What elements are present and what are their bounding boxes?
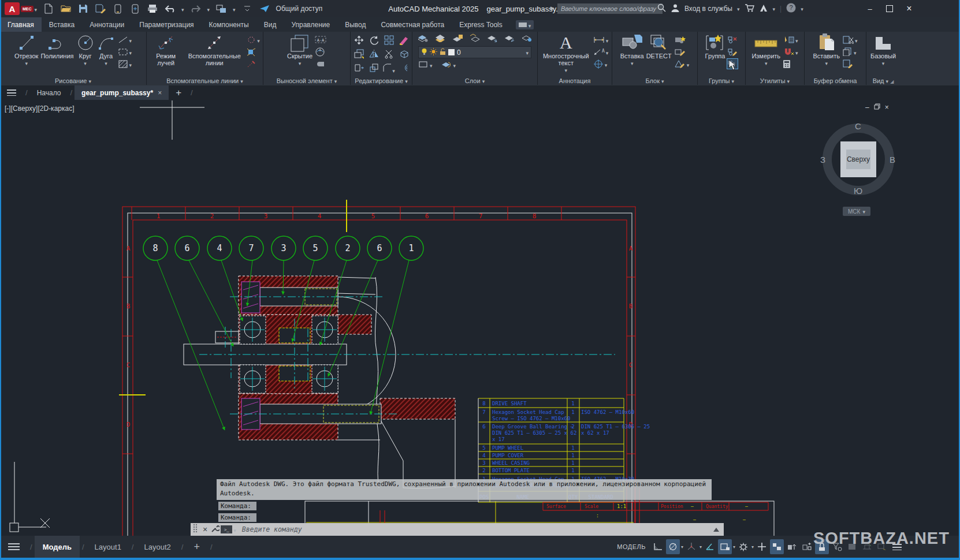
dynamic-input-dropdown[interactable]: ▾: [733, 544, 735, 550]
scale-button[interactable]: [369, 63, 379, 75]
viewcube-east-label[interactable]: В: [890, 155, 895, 165]
autodesk-app-dropdown[interactable]: [773, 5, 776, 13]
group-edit-icon[interactable]: [727, 47, 738, 57]
tab-express-tools[interactable]: Express Tools: [452, 17, 509, 32]
insert-block-button[interactable]: Вставка: [620, 33, 644, 69]
layer-on-icon[interactable]: [434, 33, 446, 44]
layer-select-combo[interactable]: 0: [418, 46, 531, 58]
fillet-button[interactable]: [382, 63, 395, 75]
new-file-button[interactable]: [43, 3, 54, 14]
measure-button[interactable]: Измерить: [751, 33, 780, 69]
panel-label-utilities[interactable]: Утилиты: [746, 77, 804, 84]
mtext-button[interactable]: Многострочный текст: [541, 33, 591, 74]
rotate-button[interactable]: [369, 35, 379, 47]
redo-button[interactable]: [190, 3, 202, 14]
detect-button[interactable]: DETECT: [646, 33, 672, 69]
dynamic-input-toggle[interactable]: [718, 539, 732, 554]
centerline-button[interactable]: [593, 59, 609, 69]
hatch-button[interactable]: [118, 59, 132, 69]
cut-icon[interactable]: [842, 35, 858, 44]
save-as-button[interactable]: [95, 3, 106, 14]
annotation-scale-plus[interactable]: [755, 539, 769, 554]
viewport-minimize-icon[interactable]: –: [865, 103, 869, 111]
layer-combo-dropdown[interactable]: [526, 48, 529, 57]
autoscale-toggle[interactable]: [800, 539, 814, 554]
layout-tab-model[interactable]: Модель: [35, 536, 80, 558]
command-close-icon[interactable]: ×: [203, 525, 207, 534]
isodraft-toggle[interactable]: [684, 539, 698, 554]
circle-construction-button[interactable]: [247, 35, 260, 44]
ortho-angle-toggle[interactable]: [703, 539, 717, 554]
tab-annotate[interactable]: Аннотации: [82, 17, 132, 32]
offset-button[interactable]: [399, 63, 409, 75]
layout-tab-layout2[interactable]: Layout2: [136, 536, 178, 558]
redo-dropdown[interactable]: [207, 3, 210, 14]
undo-button[interactable]: [164, 3, 176, 14]
workspace-icon[interactable]: [215, 3, 227, 14]
quick-select-icon[interactable]: [783, 35, 798, 44]
open-from-mobile-button[interactable]: [129, 3, 141, 14]
point-snap-magnet-icon[interactable]: [783, 47, 798, 57]
detail-view-icon[interactable]: A: [315, 47, 326, 57]
grid-toggle[interactable]: [651, 539, 665, 554]
calculator-icon[interactable]: [783, 59, 798, 69]
help-icon[interactable]: ?: [786, 3, 796, 14]
customize-qat-button[interactable]: [241, 3, 253, 14]
layer-unlock-icon[interactable]: [440, 48, 446, 57]
ray-mode-button[interactable]: Режим лучей: [150, 33, 182, 69]
tab-output[interactable]: Вывод: [337, 17, 373, 32]
layer-on-bulb-icon[interactable]: [421, 48, 427, 57]
command-line-bar[interactable]: × Введите команду: [191, 523, 724, 536]
user-icon[interactable]: [671, 3, 680, 14]
share-label[interactable]: Общий доступ: [276, 5, 323, 13]
edit-block-icon[interactable]: [674, 47, 690, 57]
viewport-close-icon[interactable]: ×: [885, 103, 889, 111]
leader-button[interactable]: A: [593, 47, 609, 57]
ribbon-display-toggle[interactable]: [516, 20, 534, 29]
polyline-button[interactable]: Полилиния: [40, 33, 73, 69]
make-object-layer-button[interactable]: [418, 59, 433, 69]
layer-properties-icon[interactable]: [417, 33, 429, 44]
line-button[interactable]: Отрезок: [14, 33, 38, 69]
share-icon[interactable]: [259, 3, 270, 14]
workspace-switching-toggle[interactable]: [770, 539, 784, 554]
panel-label-view[interactable]: Вид ◢: [866, 77, 900, 84]
group-button[interactable]: Группа: [705, 33, 725, 69]
layer-thaw-sun-icon[interactable]: [430, 48, 437, 57]
wcs-menu-button[interactable]: МСК: [843, 207, 870, 216]
signin-dropdown[interactable]: [737, 5, 740, 13]
viewport-restore-icon[interactable]: [874, 103, 880, 111]
construction-line-button[interactable]: [118, 35, 132, 44]
move-button[interactable]: [354, 35, 364, 47]
panel-label-modify[interactable]: Редактирование: [351, 77, 412, 84]
workspace-dropdown[interactable]: [233, 3, 236, 14]
snap-toggle[interactable]: [666, 539, 680, 554]
tab-home[interactable]: Главная: [0, 17, 42, 32]
layout-menu-button[interactable]: [0, 543, 28, 551]
autodesk-app-icon[interactable]: [759, 4, 768, 14]
viewcube-west-label[interactable]: З: [820, 155, 825, 165]
viewcube-top-face[interactable]: Сверху: [840, 141, 876, 177]
paste-special-icon[interactable]: [842, 59, 858, 69]
layout-tab-layout1[interactable]: Layout1: [87, 536, 129, 558]
construction-lines-button[interactable]: Вспомогательные линии: [184, 33, 244, 69]
tab-view[interactable]: Вид: [256, 17, 284, 32]
erase-construction-button[interactable]: [247, 59, 260, 69]
copy-clip-icon[interactable]: [842, 47, 858, 57]
new-drawing-tab-button[interactable]: +: [169, 85, 188, 100]
hide-button[interactable]: Скрытие: [287, 33, 312, 69]
search-expand-arrow[interactable]: ▶: [550, 5, 555, 11]
ungroup-icon[interactable]: [727, 35, 738, 44]
arc-button[interactable]: Дуга: [97, 33, 116, 69]
panel-label-groups[interactable]: Группы: [698, 77, 745, 84]
auto-construction-button[interactable]: [247, 47, 260, 57]
paste-button[interactable]: Вставить: [813, 33, 840, 69]
snap-dropdown[interactable]: ▾: [681, 544, 683, 550]
undo-dropdown[interactable]: [181, 3, 184, 14]
stretch-button[interactable]: [354, 63, 364, 75]
viewcube[interactable]: С В Ю З Сверху: [823, 124, 894, 195]
settings-dropdown[interactable]: ▾: [751, 544, 754, 550]
isodraft-dropdown[interactable]: ▾: [699, 544, 702, 550]
open-file-button[interactable]: [60, 3, 72, 14]
dimension-button[interactable]: [593, 35, 609, 44]
